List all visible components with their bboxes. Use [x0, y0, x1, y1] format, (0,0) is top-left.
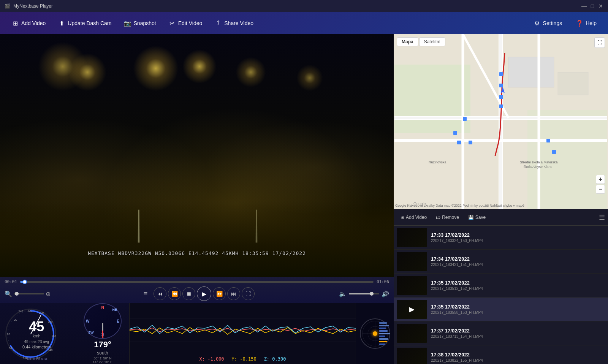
share-video-button[interactable]: ⤴ Share Video — [209, 17, 259, 29]
light-glow-5 — [296, 65, 323, 91]
audio-bar-6 — [379, 336, 385, 337]
video-thumb-dark-5 — [397, 348, 427, 364]
video-filename-0: 220217_183324_150_FH.MP4 — [431, 239, 605, 243]
svg-text:Střední škola a Mateřská: Střední škola a Mateřská — [520, 160, 558, 164]
map-tab-mapa[interactable]: Mapa — [397, 37, 418, 46]
svg-text:200: 200 — [39, 311, 44, 315]
close-button[interactable]: ✕ — [598, 3, 603, 9]
gsensor-dot — [373, 331, 377, 336]
video-play-overlay: ▶ — [397, 300, 427, 319]
video-thumb-1 — [397, 252, 427, 271]
compass-circle: N S E W NE SW — [84, 303, 122, 339]
settings-icon: ⚙ — [533, 19, 541, 27]
update-dash-cam-button[interactable]: ⬆ Update Dash Cam — [52, 17, 117, 29]
map-tab-satellite[interactable]: Satelitní — [419, 37, 445, 46]
video-info-5: 17:38 17/02/2022 220217_183822_155_FH.MP… — [431, 352, 605, 362]
map-zoom-in-button[interactable]: + — [596, 175, 605, 184]
svg-text:20: 20 — [14, 318, 17, 321]
skip-to-end-button[interactable]: ⏭ — [227, 287, 240, 300]
video-list-item-1[interactable]: 17:34 17/02/2022 220217_183421_151_FH.MP… — [394, 250, 608, 274]
zoom-thumb — [15, 292, 19, 296]
video-list-item-2[interactable]: 17:35 17/02/2022 220217_183512_152_FH.MP… — [394, 274, 608, 298]
fullscreen-button[interactable]: ⛶ — [242, 287, 255, 300]
map-zoom-out-button[interactable]: − — [596, 185, 605, 194]
volume-control: 🔈 🔊 — [339, 290, 389, 298]
svg-rect-24 — [508, 57, 554, 87]
help-button[interactable]: ❓ Help — [570, 17, 602, 29]
video-time-3: 17:35 17/02/2022 — [431, 304, 605, 310]
compass-east: E — [117, 319, 119, 323]
volume-icon[interactable]: 🔈 — [339, 290, 347, 298]
video-filename-3: 220217_183558_153_FH.MP4 — [431, 310, 605, 315]
video-list-item-4[interactable]: 17:37 17/02/2022 220217_183713_154_FH.MP… — [394, 321, 608, 345]
svg-rect-41 — [469, 141, 472, 144]
video-thumb-dark-4 — [397, 324, 427, 343]
settings-button[interactable]: ⚙ Settings — [528, 17, 568, 29]
audio-bar-5 — [379, 333, 390, 334]
stop-button[interactable]: ⏹ — [182, 287, 195, 300]
play-button[interactable]: ▶ — [197, 286, 211, 301]
video-background: NEXTBASE NBDVR322GW N50.03066 E14.45492 … — [0, 34, 394, 277]
video-list-item-3[interactable]: ▶ 17:35 17/02/2022 220217_183558_153_FH.… — [394, 298, 608, 321]
video-list-item-5[interactable]: 17:38 17/02/2022 220217_183822_155_FH.MP… — [394, 345, 608, 364]
update-icon: ⬆ — [58, 19, 65, 27]
map-area: Mapa Satelitní ⛶ — [394, 34, 608, 209]
skip-to-start-button[interactable]: ⏮ — [154, 287, 166, 300]
right-panel: Mapa Satelitní ⛶ — [394, 34, 608, 364]
add-video-button[interactable]: ⊞ Add Video — [6, 17, 51, 29]
main-content: NEXTBASE NBDVR322GW N50.03066 E14.45492 … — [0, 34, 608, 364]
svg-text:škola Aloyse Klara: škola Aloyse Klara — [524, 165, 552, 169]
video-time-5: 17:38 17/02/2022 — [431, 352, 605, 358]
list-add-video-button[interactable]: ⊞ Add Video — [397, 213, 431, 222]
svg-text:140: 140 — [48, 348, 52, 352]
graph-z-value: Z: 0.300 — [264, 356, 286, 362]
compass-heading: 179° — [94, 340, 111, 350]
graph-coordinates: X: -1.000 Y: -0.150 Z: 0.300 — [200, 356, 286, 362]
maximize-button[interactable]: □ — [590, 3, 595, 9]
video-time-2: 17:35 17/02/2022 — [431, 280, 605, 286]
controls-row: 🔍 ⊕ ≡ ⏮ ⏪ ⏹ ▶ ⏩ ⏭ ⛶ 🔈 — [5, 286, 389, 301]
svg-text:240: 240 — [18, 310, 23, 313]
list-save-button[interactable]: 💾 Save — [464, 213, 489, 222]
speedometer-center: 45 kmh 49 max 23 avg 0.44 kilometers — [22, 320, 51, 349]
speedometer: 20 60 80 100 120 140 160 180 200 220 240… — [0, 303, 76, 364]
list-toolbar: ⊞ Add Video 🗁 Remove 💾 Save ☰ — [394, 209, 608, 226]
timeline-bar[interactable] — [20, 281, 374, 283]
video-filename-1: 220217_183421_151_FH.MP4 — [431, 263, 605, 267]
graph-area: X: -1.000 Y: -0.150 Z: 0.300 — [129, 303, 356, 364]
video-list-item-0[interactable]: 17:33 17/02/2022 220217_183324_150_FH.MP… — [394, 226, 608, 250]
zoom-slider[interactable] — [14, 293, 44, 294]
list-menu-icon[interactable]: ☰ — [599, 213, 605, 222]
volume-slider[interactable] — [349, 293, 379, 294]
app-icon: 🎬 — [5, 3, 10, 9]
timeline-thumb[interactable] — [22, 280, 27, 284]
compass: N S E W NE SW 179° south 50° 1' 50" N 14… — [76, 303, 129, 364]
speed-unit: kmh — [22, 333, 51, 338]
volume-progress — [349, 293, 372, 294]
step-back-button[interactable]: ⏪ — [168, 287, 181, 300]
map-attribution: Google Klávesové zkratky Data map ©2022 … — [395, 204, 524, 207]
video-info-3: 17:35 17/02/2022 220217_183558_153_FH.MP… — [431, 304, 605, 315]
main-toolbar: ⊞ Add Video ⬆ Update Dash Cam 📷 Snapshot… — [0, 12, 608, 34]
video-list: ⊞ Add Video 🗁 Remove 💾 Save ☰ — [394, 209, 608, 364]
map-expand-button[interactable]: ⛶ — [594, 37, 605, 48]
edit-video-button[interactable]: ✂ Edit Video — [163, 17, 208, 29]
app-title: MyNextbase Player — [13, 3, 53, 9]
list-add-icon: ⊞ — [401, 215, 404, 220]
playback-settings-button[interactable]: ≡ — [139, 287, 152, 300]
svg-rect-40 — [457, 141, 461, 144]
video-info-0: 17:33 17/02/2022 220217_183324_150_FH.MP… — [431, 232, 605, 243]
zoom-out-icon[interactable]: 🔍 — [5, 290, 12, 298]
road-scene — [0, 34, 394, 277]
video-thumb-3: ▶ — [397, 300, 427, 319]
step-forward-button[interactable]: ⏩ — [213, 287, 226, 300]
camera-icon: 📷 — [124, 19, 131, 27]
svg-rect-43 — [552, 150, 556, 154]
volume-high-icon[interactable]: 🔊 — [382, 290, 389, 298]
snapshot-button[interactable]: 📷 Snapshot — [119, 17, 162, 29]
minimize-button[interactable]: — — [581, 3, 587, 9]
playback-controls: 00:01 01:06 🔍 ⊕ ≡ ⏮ ⏪ ⏹ — [0, 277, 394, 303]
list-remove-button[interactable]: 🗁 Remove — [432, 213, 463, 222]
audio-bar-7 — [379, 338, 388, 340]
zoom-in-icon[interactable]: ⊕ — [46, 290, 51, 298]
